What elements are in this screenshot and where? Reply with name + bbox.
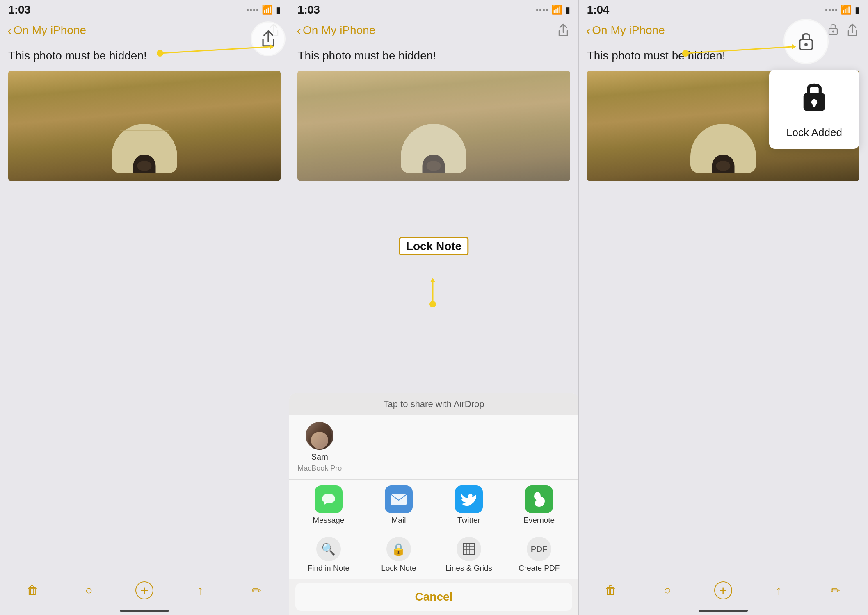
find-in-note-icon: 🔍 <box>316 537 341 561</box>
status-time-2: 1:03 <box>297 3 320 16</box>
add-icon-3[interactable]: + <box>714 581 732 599</box>
lines-grids-icon <box>457 537 481 561</box>
bottom-toolbar-1: 🗑 ○ + ↑ ✏ <box>0 574 289 615</box>
status-icons-1: 📶 ▮ <box>247 5 281 15</box>
find-in-note-label: Find in Note <box>308 564 349 573</box>
create-pdf-label: Create PDF <box>519 564 560 573</box>
cat-house-image <box>112 124 177 173</box>
nav-bar-1: ‹ On My iPhone <box>0 18 289 43</box>
share-sheet: Tap to share with AirDrop Sam MacBook Pr… <box>289 393 578 615</box>
signal-icon-1 <box>247 9 258 11</box>
status-bar-1: 1:03 📶 ▮ <box>0 0 289 18</box>
edit-icon-3[interactable]: ✏ <box>825 581 845 600</box>
signal-icon-3 <box>825 9 837 11</box>
lock-added-icon <box>799 80 829 121</box>
mail-label: Mail <box>392 516 406 525</box>
nav-right-buttons-3 <box>827 21 860 39</box>
mail-icon <box>385 485 413 513</box>
nav-bar-2: ‹ On My iPhone <box>289 18 578 43</box>
add-icon-1[interactable]: + <box>135 581 153 599</box>
share-app-message[interactable]: Message <box>293 485 363 525</box>
check-icon-3[interactable]: ○ <box>658 581 677 600</box>
status-time-3: 1:04 <box>587 3 609 16</box>
svg-rect-25 <box>813 102 815 107</box>
status-icons-2: 📶 ▮ <box>536 5 570 15</box>
airdrop-banner: Tap to share with AirDrop <box>289 393 578 415</box>
arrow-icon-1[interactable]: ↑ <box>190 581 210 600</box>
status-time-1: 1:03 <box>8 3 30 16</box>
contact-name: Sam <box>311 452 328 462</box>
action-create-pdf[interactable]: PDF Create PDF <box>504 537 574 573</box>
back-label-3: On My iPhone <box>592 24 665 37</box>
share-app-twitter[interactable]: Twitter <box>434 485 504 525</box>
panel-1: 1:03 📶 ▮ ‹ On My iPhone <box>0 0 289 615</box>
action-lines-grids[interactable]: Lines & Grids <box>434 537 504 573</box>
back-button-2[interactable]: ‹ On My iPhone <box>297 23 375 38</box>
action-lock-note[interactable]: 🔒 Lock Note <box>363 537 434 573</box>
contact-avatar-sam <box>306 422 333 450</box>
airdrop-text: Tap to share with AirDrop <box>384 399 484 409</box>
svg-point-17 <box>832 31 834 33</box>
back-label-2: On My iPhone <box>303 24 375 37</box>
lock-note-highlight-label: Lock Note <box>399 237 468 255</box>
lock-added-popup: Lock Added <box>769 70 859 149</box>
share-button-3[interactable] <box>845 21 860 39</box>
lock-note-action-icon: 🔒 <box>386 537 411 561</box>
battery-icon-2: ▮ <box>566 5 570 15</box>
signal-icon-2 <box>536 9 548 11</box>
share-highlight-circle-1 <box>251 21 286 56</box>
contact-item-sam[interactable]: Sam MacBook Pro <box>297 422 342 473</box>
create-pdf-icon: PDF <box>527 537 551 561</box>
status-bar-2: 1:03 📶 ▮ <box>289 0 578 18</box>
photo-image-2 <box>297 71 570 181</box>
lock-toggle-button-3[interactable] <box>827 23 839 38</box>
svg-marker-14 <box>430 278 435 282</box>
note-title-2: This photo must be hidden! <box>297 49 570 62</box>
lock-note-action-label: Lock Note <box>381 564 416 573</box>
svg-point-3 <box>322 494 335 503</box>
home-indicator-1 <box>120 610 169 612</box>
chevron-left-icon-2: ‹ <box>297 23 301 38</box>
lock-added-label: Lock Added <box>786 126 842 139</box>
back-button-3[interactable]: ‹ On My iPhone <box>586 23 665 38</box>
bottom-toolbar-3: 🗑 ○ + ↑ ✏ <box>579 574 868 615</box>
status-bar-3: 1:04 📶 ▮ <box>579 0 868 18</box>
svg-point-15 <box>429 301 436 308</box>
wifi-icon-1: 📶 <box>262 5 273 15</box>
wifi-icon-3: 📶 <box>841 5 852 15</box>
note-title-1: This photo must be hidden! <box>8 49 281 62</box>
trash-icon-3[interactable]: 🗑 <box>601 581 621 600</box>
share-apps-row: Message Mail Twitter Evernote <box>289 480 578 531</box>
share-button-2[interactable] <box>555 21 571 39</box>
battery-icon-3: ▮ <box>855 5 859 15</box>
note-content-1: This photo must be hidden! <box>0 43 289 71</box>
lines-grids-label: Lines & Grids <box>445 564 492 573</box>
twitter-icon <box>455 485 483 513</box>
photo-2 <box>297 71 570 181</box>
lock-note-highlight-box: Lock Note <box>399 240 468 253</box>
arrow-icon-3[interactable]: ↑ <box>769 581 788 600</box>
message-icon <box>315 485 343 513</box>
edit-icon-1[interactable]: ✏ <box>247 581 266 600</box>
share-app-evernote[interactable]: Evernote <box>504 485 574 525</box>
message-label: Message <box>313 516 344 525</box>
share-app-mail[interactable]: Mail <box>363 485 434 525</box>
battery-icon-1: ▮ <box>276 5 281 15</box>
svg-rect-4 <box>391 494 407 505</box>
twitter-label: Twitter <box>457 516 480 525</box>
chevron-left-icon-3: ‹ <box>586 23 591 38</box>
airdrop-contacts: Sam MacBook Pro <box>289 415 578 480</box>
arrow-annotation-2 <box>289 205 578 328</box>
cancel-button[interactable]: Cancel <box>295 583 572 611</box>
lock-highlight-circle-3 <box>783 19 829 64</box>
trash-icon-1[interactable]: 🗑 <box>23 581 42 600</box>
evernote-label: Evernote <box>523 516 555 525</box>
check-icon-1[interactable]: ○ <box>79 581 98 600</box>
back-button-1[interactable]: ‹ On My iPhone <box>7 23 86 38</box>
home-indicator-3 <box>699 610 748 612</box>
wifi-icon-2: 📶 <box>551 5 562 15</box>
chevron-left-icon-1: ‹ <box>7 23 12 38</box>
action-find-in-note[interactable]: 🔍 Find in Note <box>293 537 363 573</box>
panel-2: 1:03 📶 ▮ ‹ On My iPhone This photo must … <box>289 0 578 615</box>
photo-1 <box>8 71 281 181</box>
